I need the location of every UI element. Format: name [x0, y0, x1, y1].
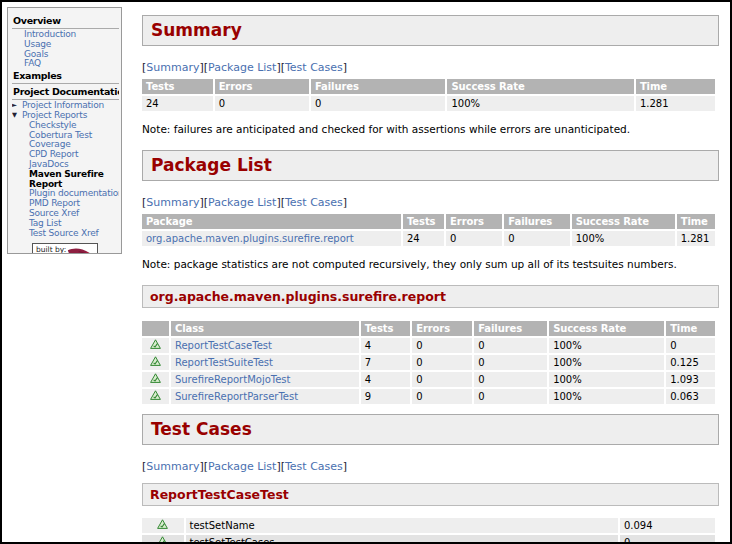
table-row: SurefireReportParserTest 9 0 0 100% 0.06…: [142, 389, 715, 404]
success-icon: [157, 536, 168, 542]
class-failures: 0: [474, 389, 547, 404]
class-success-rate: 100%: [549, 389, 664, 404]
col-time: Time: [677, 214, 715, 229]
sidebar-item-javadocs[interactable]: JavaDocs: [12, 160, 119, 170]
built-by-maven-logo[interactable]: built by: maven: [32, 243, 98, 254]
col-time: Time: [666, 321, 715, 336]
test-name: testSetTestCases: [186, 535, 618, 542]
table-row: testSetName 0.094: [142, 518, 715, 533]
nav-link-package-list[interactable]: Package List: [208, 460, 276, 473]
col-tests: Tests: [142, 79, 213, 94]
class-link[interactable]: ReportTestSuiteTest: [175, 357, 273, 368]
success-icon: [150, 339, 161, 349]
class-errors: 0: [412, 389, 472, 404]
package-list-heading: Package List: [142, 150, 719, 181]
col-status: [142, 321, 169, 336]
expanded-arrow-icon[interactable]: ▼: [12, 111, 17, 121]
sidebar-item-tag-list[interactable]: Tag List: [12, 219, 119, 229]
summary-time: 1.281: [636, 96, 715, 111]
table-row: 24 0 0 100% 1.281: [142, 96, 715, 111]
sidebar-item-usage[interactable]: Usage: [12, 40, 119, 50]
table-header-row: Package Tests Errors Failures Success Ra…: [142, 214, 715, 229]
class-link[interactable]: SurefireReportParserTest: [175, 391, 298, 402]
col-success-rate: Success Rate: [447, 79, 633, 94]
sidebar-item-plugin-documentation[interactable]: Plugin documentation: [12, 189, 119, 199]
col-failures: Failures: [311, 79, 445, 94]
package-detail-heading: org.apache.maven.plugins.surefire.report: [142, 285, 719, 308]
class-failures: 0: [474, 372, 547, 387]
class-errors: 0: [412, 372, 472, 387]
sidebar-item-project-information[interactable]: ►Project Information: [12, 101, 119, 111]
class-errors: 0: [412, 355, 472, 370]
sidebar-item-goals[interactable]: Goals: [12, 50, 119, 60]
summary-note: Note: failures are anticipated and check…: [142, 123, 719, 136]
col-tests: Tests: [403, 214, 444, 229]
nav-link-test-cases[interactable]: Test Cases: [285, 460, 343, 473]
sidebar-item-label: Coverage: [29, 140, 119, 150]
sidebar: Overview Introduction Usage Goals FAQ Ex…: [7, 7, 122, 254]
class-table: Class Tests Errors Failures Success Rate…: [142, 319, 717, 406]
class-time: 0.125: [666, 355, 715, 370]
success-icon: [150, 390, 161, 400]
section-nav-links: SummaryPackage ListTest Cases: [142, 61, 719, 75]
built-by-label: built by:: [36, 245, 66, 254]
col-tests: Tests: [361, 321, 410, 336]
table-row: ReportTestCaseTest 4 0 0 100% 0: [142, 338, 715, 353]
table-row: SurefireReportMojoTest 4 0 0 100% 1.093: [142, 372, 715, 387]
class-failures: 0: [474, 338, 547, 353]
nav-link-summary[interactable]: Summary: [146, 61, 199, 74]
sidebar-item-checkstyle[interactable]: Checkstyle: [12, 121, 119, 131]
sidebar-item-cpd-report[interactable]: CPD Report: [12, 150, 119, 160]
class-link[interactable]: ReportTestCaseTest: [175, 340, 272, 351]
package-time: 1.281: [677, 231, 715, 246]
maven-feather-icon: [67, 246, 94, 254]
package-list-table: Package Tests Errors Failures Success Ra…: [142, 212, 717, 248]
class-errors: 0: [412, 338, 472, 353]
class-tests: 4: [361, 338, 410, 353]
nav-link-test-cases[interactable]: Test Cases: [285, 196, 343, 209]
nav-link-test-cases[interactable]: Test Cases: [285, 61, 343, 74]
nav-link-summary[interactable]: Summary: [146, 196, 199, 209]
package-tests: 24: [403, 231, 444, 246]
sidebar-item-pmd-report[interactable]: PMD Report: [12, 199, 119, 209]
class-failures: 0: [474, 355, 547, 370]
main-content: Summary SummaryPackage ListTest Cases Te…: [142, 2, 719, 542]
sidebar-item-project-reports[interactable]: ▼Project Reports: [12, 111, 119, 121]
sidebar-item-source-xref[interactable]: Source Xref: [12, 209, 119, 219]
nav-link-package-list[interactable]: Package List: [208, 196, 276, 209]
sidebar-item-introduction[interactable]: Introduction: [12, 30, 119, 40]
class-success-rate: 100%: [549, 355, 664, 370]
col-class: Class: [171, 321, 359, 336]
package-list-note: Note: package statistics are not compute…: [142, 258, 719, 271]
sidebar-item-label: Project Information: [22, 101, 104, 110]
table-row: testSetTestCases 0: [142, 535, 715, 542]
summary-success-rate: 100%: [447, 96, 633, 111]
sidebar-section-overview: Overview: [12, 14, 119, 29]
class-tests: 9: [361, 389, 410, 404]
package-link[interactable]: org.apache.maven.plugins.surefire.report: [146, 233, 354, 244]
table-row: org.apache.maven.plugins.surefire.report…: [142, 231, 715, 246]
class-tests: 4: [361, 372, 410, 387]
test-name: testSetName: [186, 518, 618, 533]
test-class-heading: ReportTestCaseTest: [142, 483, 719, 506]
col-errors: Errors: [412, 321, 472, 336]
class-link[interactable]: SurefireReportMojoTest: [175, 374, 291, 385]
test-time: 0.094: [620, 518, 715, 533]
sidebar-item-cobertura-test-coverage[interactable]: Cobertura TestCoverage: [12, 131, 119, 151]
sidebar-section-examples: Examples: [12, 69, 119, 84]
col-package: Package: [142, 214, 401, 229]
col-failures: Failures: [504, 214, 569, 229]
class-time: 0.063: [666, 389, 715, 404]
nav-link-package-list[interactable]: Package List: [208, 61, 276, 74]
nav-link-summary[interactable]: Summary: [146, 460, 199, 473]
section-nav-links: SummaryPackage ListTest Cases: [142, 196, 719, 210]
test-time: 0: [620, 535, 715, 542]
table-header-row: Class Tests Errors Failures Success Rate…: [142, 321, 715, 336]
sidebar-item-test-source-xref[interactable]: Test Source Xref: [12, 229, 119, 239]
sidebar-item-faq[interactable]: FAQ: [12, 59, 119, 69]
package-failures: 0: [504, 231, 569, 246]
collapsed-arrow-icon[interactable]: ►: [12, 101, 17, 111]
col-errors: Errors: [215, 79, 309, 94]
summary-errors: 0: [215, 96, 309, 111]
col-failures: Failures: [474, 321, 547, 336]
